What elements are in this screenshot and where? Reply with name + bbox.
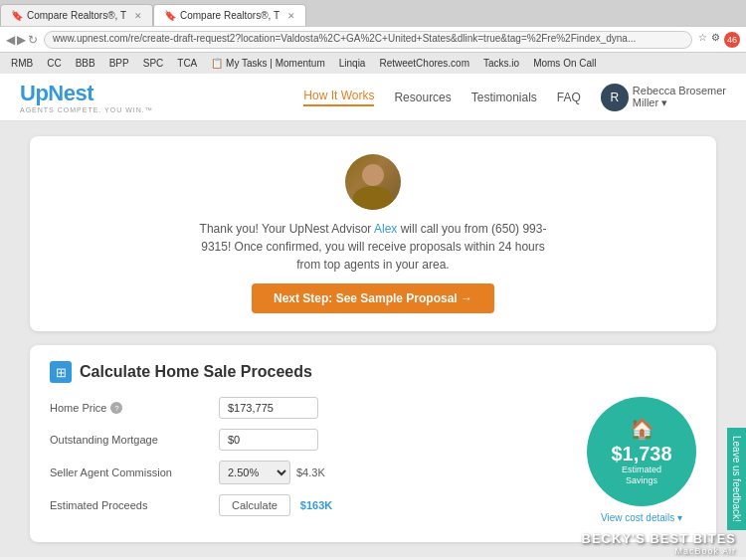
commission-controls: 2.50% 3.00% $4.3K: [219, 461, 325, 484]
commission-select[interactable]: 2.50% 3.00%: [219, 461, 290, 484]
mortgage-input[interactable]: [219, 429, 318, 451]
home-icon: 🏠: [630, 417, 654, 441]
bookmarks-bar: RMB CC BBB BPP SPC TCA 📋 My Tasks | Mome…: [0, 52, 746, 74]
commission-amount: $4.3K: [296, 467, 325, 478]
calculator-icon: ⊞: [50, 361, 72, 383]
logo-tagline: AGENTS COMPETE. YOU WIN.™: [20, 106, 153, 113]
section-title-text: Calculate Home Sale Proceeds: [80, 363, 312, 381]
bookmark-rmb[interactable]: RMB: [6, 57, 38, 70]
tab-bar: 🔖 Compare Realtors®, The Best ... ✕ 🔖 Co…: [0, 0, 746, 26]
help-icon[interactable]: ?: [110, 402, 122, 414]
tab-close-active-icon[interactable]: ✕: [287, 11, 295, 21]
bookmark-spc[interactable]: SPC: [138, 57, 169, 70]
bookmark-cc[interactable]: CC: [42, 57, 66, 70]
bookmark-linqia[interactable]: Linqia: [334, 57, 371, 70]
home-price-label: Home Price ?: [50, 402, 209, 414]
main-content: Thank you! Your UpNest Advisor Alex will…: [0, 121, 746, 557]
commission-row: Seller Agent Commission 2.50% 3.00% $4.3…: [50, 461, 567, 484]
savings-circle: 🏠 $1,738 EstimatedSavings: [587, 397, 696, 506]
nav-resources[interactable]: Resources: [394, 91, 451, 104]
feedback-button[interactable]: Leave us feedback!: [727, 428, 746, 530]
user-full-name: Rebecca Brosemer: [633, 85, 726, 96]
bookmark-momentum[interactable]: 📋 My Tasks | Momentum: [206, 57, 329, 70]
calculate-section: ⊞ Calculate Home Sale Proceeds Home Pric…: [30, 345, 716, 542]
bookmark-tca[interactable]: TCA: [172, 57, 202, 70]
savings-wrapper: 🏠 $1,738 EstimatedSavings View cost deta…: [587, 397, 696, 523]
section-title: ⊞ Calculate Home Sale Proceeds: [50, 361, 696, 383]
site-header: UpNest AGENTS COMPETE. YOU WIN.™ How It …: [0, 74, 746, 121]
refresh-icon[interactable]: ↻: [28, 33, 38, 47]
star-icon[interactable]: ☆: [698, 32, 707, 48]
proceeds-label: Estimated Proceeds: [50, 499, 209, 511]
advisor-avatar: [345, 154, 401, 210]
user-avatar: R: [601, 84, 629, 111]
calculate-button[interactable]: Calculate: [219, 494, 290, 516]
bookmark-retweet[interactable]: RetweetChores.com: [374, 57, 474, 70]
savings-label: EstimatedSavings: [622, 465, 661, 486]
extensions-icon[interactable]: ⚙: [711, 32, 720, 48]
bookmark-bbb[interactable]: BBB: [71, 57, 100, 70]
proceeds-row: Estimated Proceeds Calculate $163K: [50, 494, 567, 516]
back-icon[interactable]: ◀: [6, 33, 15, 47]
commission-label: Seller Agent Commission: [50, 467, 209, 478]
header-nav: How It Works Resources Testimonials FAQ …: [303, 84, 726, 111]
tab-close-icon[interactable]: ✕: [134, 11, 142, 21]
proceeds-amount: $163K: [300, 499, 332, 511]
cta-button[interactable]: Next Step: See Sample Proposal →: [252, 283, 494, 313]
upnest-logo: UpNest AGENTS COMPETE. YOU WIN.™: [20, 81, 153, 113]
view-cost-link[interactable]: View cost details ▾: [601, 512, 682, 523]
bookmark-bpp[interactable]: BPP: [104, 57, 134, 70]
nav-buttons: ◀ ▶ ↻: [6, 33, 38, 47]
logo-text: UpNest: [20, 81, 153, 106]
address-input[interactable]: www.upnest.com/re/create-draft-request2?…: [44, 31, 692, 49]
tab-active[interactable]: 🔖 Compare Realtors®, The Best ... ✕: [153, 4, 306, 26]
thank-you-card: Thank you! Your UpNest Advisor Alex will…: [30, 136, 716, 331]
bookmark-tacks[interactable]: Tacks.io: [478, 57, 524, 70]
forward-icon[interactable]: ▶: [17, 33, 26, 47]
bookmark-moms[interactable]: Moms On Call: [528, 57, 601, 70]
notification-badge: 46: [724, 32, 740, 48]
nav-testimonials[interactable]: Testimonials: [471, 91, 537, 104]
home-price-input[interactable]: [219, 397, 318, 419]
website-container: UpNest AGENTS COMPETE. YOU WIN.™ How It …: [0, 74, 746, 560]
user-menu[interactable]: R Rebecca Brosemer Miller ▾: [601, 84, 726, 111]
tab-favicon-active: 🔖: [164, 10, 176, 21]
mortgage-label: Outstanding Mortgage: [50, 434, 209, 446]
tab-inactive[interactable]: 🔖 Compare Realtors®, The Best ... ✕: [0, 4, 153, 26]
mortgage-row: Outstanding Mortgage: [50, 429, 567, 451]
browser-icons: ☆ ⚙ 46: [698, 32, 740, 48]
watermark: BECKY'S BEST BITES MacBook Air: [582, 531, 736, 556]
nav-faq[interactable]: FAQ: [557, 91, 581, 104]
home-price-row: Home Price ?: [50, 397, 567, 419]
calc-form: Home Price ? Outstanding Mortgage: [50, 397, 567, 526]
calc-layout: Home Price ? Outstanding Mortgage: [50, 397, 696, 526]
user-subname: Miller ▾: [633, 96, 726, 109]
savings-amount: $1,738: [611, 443, 671, 465]
tab-favicon: 🔖: [11, 10, 23, 21]
browser-chrome: 🔖 Compare Realtors®, The Best ... ✕ 🔖 Co…: [0, 0, 746, 74]
thank-you-message: Thank you! Your UpNest Advisor Alex will…: [194, 220, 552, 274]
nav-how-it-works[interactable]: How It Works: [303, 89, 374, 106]
address-bar-row: ◀ ▶ ↻ www.upnest.com/re/create-draft-req…: [0, 26, 746, 52]
